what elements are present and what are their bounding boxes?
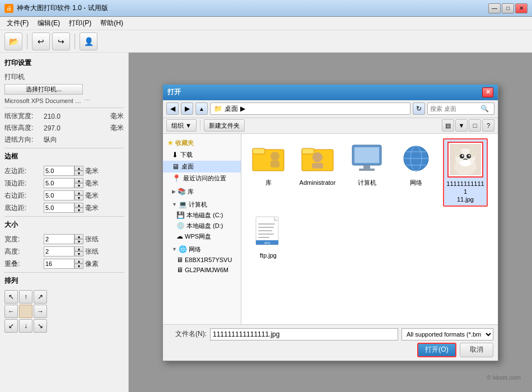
computer-file-icon [349,141,385,176]
nav-download[interactable]: ⬇ 下载 [163,149,241,161]
left-margin-up[interactable]: ▲ [74,166,83,171]
view-dropdown-button[interactable]: ▼ [455,119,468,132]
network-file-icon [398,141,434,176]
view-list-button[interactable]: ▤ [442,119,454,132]
left-margin-input[interactable]: 5.0 [44,166,74,176]
file-network[interactable]: 网络 [394,138,438,207]
new-folder-button[interactable]: 新建文件夹 [204,119,245,132]
undo-button[interactable]: ↩ [32,32,50,50]
favorites-label: 收藏夹 [175,139,194,147]
dialog-close-button[interactable]: ✕ [482,87,493,97]
file-administrator[interactable]: Administrator [295,138,340,207]
nav-e8b[interactable]: 🖥 E8BX1R57YSVU [163,255,241,265]
paper-width-value: 210.0 [44,113,109,120]
person-button[interactable]: 👤 [80,32,97,50]
back-button[interactable]: ◀ [166,102,179,115]
file-dog-jpg[interactable]: 11111111111111.jpg [443,138,488,207]
top-margin-up[interactable]: ▲ [74,178,83,183]
overlap-up[interactable]: ▲ [74,259,83,264]
cancel-button[interactable]: 取消 [460,343,493,357]
width-row: 宽度: 2 ▲ ▼ 张纸 [4,234,124,244]
top-margin-down[interactable]: ▼ [74,183,83,188]
title-controls: — □ ✕ [488,3,528,13]
svg-point-27 [460,160,471,166]
close-button[interactable]: ✕ [515,3,528,13]
top-margin-input[interactable]: 5.0 [44,178,74,188]
arrow-n[interactable]: ↑ [19,290,32,304]
address-breadcrumb[interactable]: 📁 桌面 ▶ [210,102,410,115]
arrow-nw[interactable]: ↖ [4,290,18,304]
nav-computer[interactable]: ▼ 💻 计算机 [163,199,241,210]
right-margin-down[interactable]: ▼ [74,195,83,200]
nav-local-d[interactable]: 💿 本地磁盘 (D:) [163,221,241,231]
disk-c-icon: 💾 [176,211,185,219]
arrow-ne[interactable]: ↗ [34,290,47,304]
help-button[interactable]: ? [482,119,494,132]
paper-height-unit: 毫米 [110,123,124,133]
printer-expand-icon[interactable]: ⋯ [84,97,90,104]
nav-library[interactable]: ▶ 📚 库 [163,186,241,197]
left-margin-spinner: ▲ ▼ [74,166,83,176]
nav-library-section: ▶ 📚 库 [163,186,241,197]
arrow-se[interactable]: ↘ [34,319,47,333]
bottom-margin-input[interactable]: 5.0 [44,203,74,213]
menu-file[interactable]: 文件(F) [2,17,33,29]
height-input[interactable]: 2 [44,246,74,256]
arrow-e[interactable]: → [34,305,47,318]
nav-desktop[interactable]: 🖥 桌面 [163,161,241,172]
minimize-button[interactable]: — [488,3,501,13]
menu-print[interactable]: 打印(P) [64,17,96,29]
paper-height-label: 纸张高度: [4,123,44,133]
open-button[interactable]: 📂 [4,32,22,50]
maximize-button[interactable]: □ [502,3,514,13]
right-margin-input[interactable]: 5.0 [44,190,74,200]
nav-gl2[interactable]: 🖥 GL2PAIMJW6M [163,265,241,275]
disk-d-icon: 💿 [176,222,185,230]
favorites-header[interactable]: ★ 收藏夹 [163,137,241,149]
filename-input[interactable] [210,328,398,340]
overlap-down[interactable]: ▼ [74,264,83,269]
bottom-margin-down[interactable]: ▼ [74,208,83,213]
view-large-button[interactable]: □ [469,119,481,132]
height-down[interactable]: ▼ [74,251,83,256]
svg-rect-3 [270,161,279,167]
organize-button[interactable]: 组织 ▼ [166,119,197,132]
nav-wps[interactable]: ☁ WPS网盘 [163,231,241,242]
width-down[interactable]: ▼ [74,239,83,244]
file-computer[interactable]: 计算机 [344,138,389,207]
left-margin-down[interactable]: ▼ [74,171,83,176]
search-box[interactable]: 🔍 [427,102,494,115]
menu-edit[interactable]: 编辑(E) [33,17,64,29]
width-input[interactable]: 2 [44,234,74,244]
width-up[interactable]: ▲ [74,234,83,239]
redo-button[interactable]: ↪ [52,32,70,50]
right-margin-row: 右边距: 5.0 ▲ ▼ 毫米 [4,190,124,200]
filetype-dropdown[interactable]: All supported formats (*.bm [402,328,493,340]
forward-button[interactable]: ▶ [181,102,193,115]
refresh-button[interactable]: ↻ [413,102,425,115]
arrow-w[interactable]: ← [4,305,18,318]
file-ftp-jpg[interactable]: JPG ftp.jpg [246,211,291,262]
right-margin-up[interactable]: ▲ [74,190,83,195]
arrange-center[interactable] [19,305,32,318]
menu-help[interactable]: 帮助(H) [96,17,128,29]
up-button[interactable]: ▲ [195,102,208,115]
overlap-input[interactable]: 16 [44,259,74,269]
select-printer-button[interactable]: 选择打印机... [4,84,83,95]
open-file-button[interactable]: 打开(O) [417,343,456,357]
filename-label: 文件名(N): [167,329,207,339]
nav-recent[interactable]: 📍 最近访问的位置 [163,172,241,184]
search-input[interactable] [430,105,480,112]
overlap-spinner: ▲ ▼ [74,259,83,269]
nav-local-c[interactable]: 💾 本地磁盘 (C:) [163,210,241,221]
e8b-label: E8BX1R57YSVU [185,256,232,263]
bottom-margin-up[interactable]: ▲ [74,203,83,208]
nav-network[interactable]: ▼ 🌐 网络 [163,244,241,255]
file-library[interactable]: 库 [246,138,291,207]
height-up[interactable]: ▲ [74,246,83,251]
dog-image-container [447,142,483,178]
arrow-s[interactable]: ↓ [19,319,32,333]
app-icon: 🖨 [4,4,13,13]
gl2-icon: 🖥 [176,266,183,274]
arrow-sw[interactable]: ↙ [4,319,18,333]
